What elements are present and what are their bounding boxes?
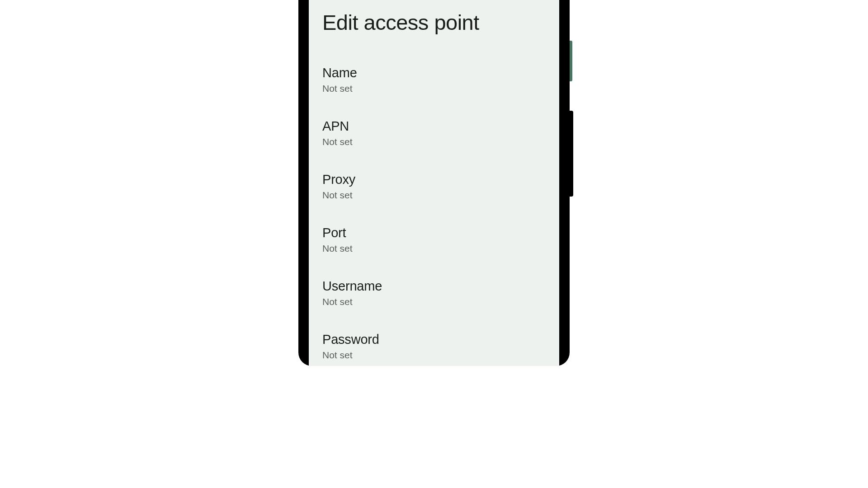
setting-item-proxy[interactable]: Proxy Not set	[322, 163, 546, 210]
setting-value-proxy: Not set	[322, 190, 546, 201]
settings-list: Name Not set APN Not set Proxy Not set P…	[309, 56, 559, 366]
setting-item-name[interactable]: Name Not set	[322, 56, 546, 103]
phone-frame: Edit access point Name Not set APN Not s…	[298, 0, 570, 366]
setting-item-username[interactable]: Username Not set	[322, 270, 546, 316]
volume-button[interactable]	[570, 111, 573, 197]
setting-label-username: Username	[322, 279, 546, 294]
setting-label-name: Name	[322, 66, 546, 80]
phone-bezel: Edit access point Name Not set APN Not s…	[298, 0, 570, 366]
setting-label-password: Password	[322, 332, 546, 347]
setting-value-apn: Not set	[322, 136, 546, 147]
setting-label-port: Port	[322, 225, 546, 240]
power-button[interactable]	[570, 41, 572, 81]
setting-label-proxy: Proxy	[322, 172, 546, 187]
setting-value-password: Not set	[322, 350, 546, 361]
setting-value-name: Not set	[322, 83, 546, 94]
phone-screen: Edit access point Name Not set APN Not s…	[309, 0, 559, 366]
setting-value-port: Not set	[322, 243, 546, 254]
page-title: Edit access point	[309, 0, 559, 56]
setting-label-apn: APN	[322, 119, 546, 134]
setting-item-apn[interactable]: APN Not set	[322, 110, 546, 156]
setting-item-port[interactable]: Port Not set	[322, 216, 546, 263]
setting-item-password[interactable]: Password Not set	[322, 323, 546, 366]
setting-value-username: Not set	[322, 296, 546, 307]
